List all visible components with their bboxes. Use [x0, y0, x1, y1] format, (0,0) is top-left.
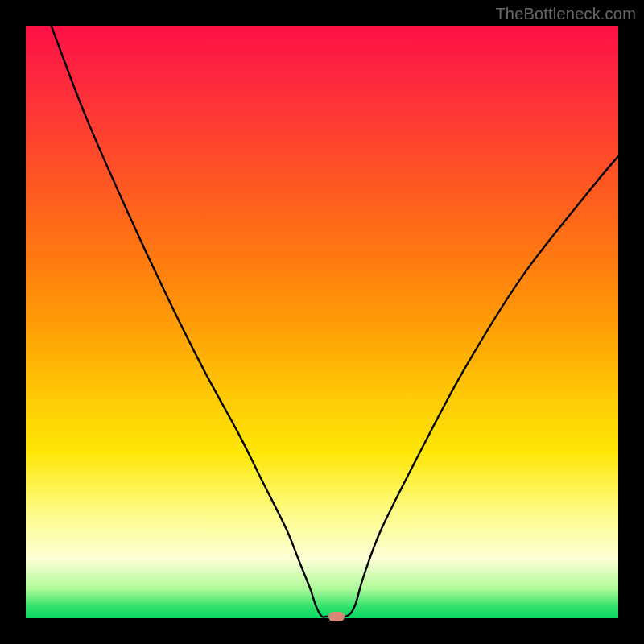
- chart-frame: TheBottleneck.com: [0, 0, 644, 644]
- bottleneck-curve: [26, 26, 618, 618]
- watermark-text: TheBottleneck.com: [495, 5, 636, 23]
- plot-area: [26, 26, 618, 618]
- optimal-point-marker: [328, 612, 345, 621]
